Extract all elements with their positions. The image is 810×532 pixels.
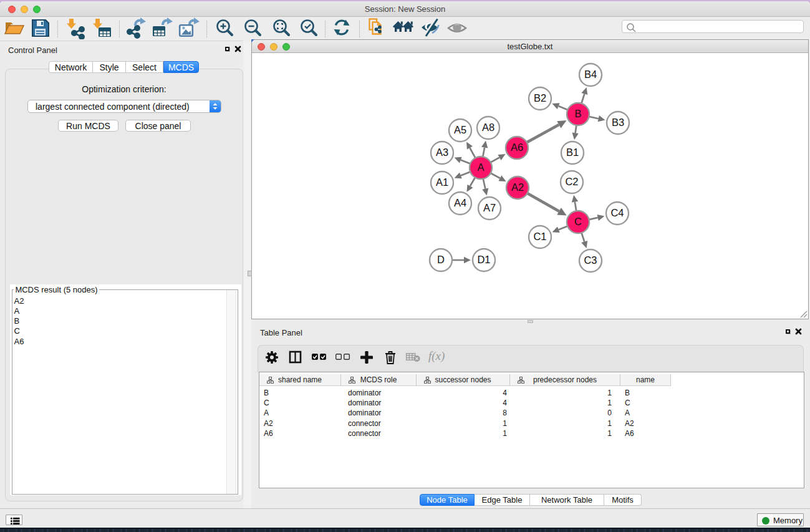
svg-text:A: A	[477, 162, 484, 173]
svg-text:D: D	[437, 254, 445, 265]
svg-text:D1: D1	[477, 254, 490, 265]
svg-text:C4: C4	[610, 207, 624, 218]
svg-text:A3: A3	[436, 147, 448, 158]
svg-text:C: C	[574, 216, 582, 227]
svg-text:B2: B2	[534, 92, 546, 104]
svg-text:B: B	[574, 108, 581, 119]
svg-text:A2: A2	[511, 181, 524, 193]
svg-text:A7: A7	[483, 202, 496, 213]
svg-text:B4: B4	[584, 69, 597, 80]
svg-text:C2: C2	[565, 176, 578, 187]
svg-text:A1: A1	[436, 177, 448, 188]
svg-text:A8: A8	[482, 122, 494, 133]
svg-text:B3: B3	[612, 117, 624, 128]
svg-text:A6: A6	[511, 142, 523, 153]
svg-text:C3: C3	[584, 254, 597, 266]
svg-text:A4: A4	[454, 197, 466, 208]
svg-text:A5: A5	[454, 124, 466, 135]
svg-text:C1: C1	[533, 231, 546, 242]
svg-text:B1: B1	[566, 147, 579, 158]
